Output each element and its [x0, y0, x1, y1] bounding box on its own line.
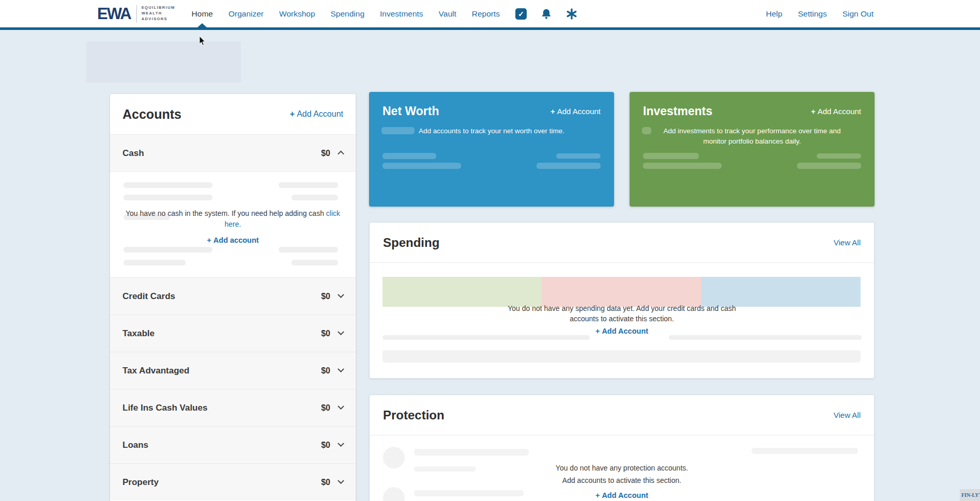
plus-icon: +: [595, 491, 600, 499]
net-worth-empty-message: Add accounts to track your net worth ove…: [369, 126, 614, 136]
account-section-loans[interactable]: Loans$0: [110, 426, 356, 463]
spending-card: Spending View All You do not have any sp…: [369, 222, 875, 379]
nav-icon-group: ✓: [515, 8, 577, 20]
spending-band-blue: [701, 277, 861, 307]
net-worth-card: Net Worth +Add Account Add accounts to t…: [369, 92, 614, 207]
investments-empty-message: Add investments to track your performanc…: [630, 126, 875, 147]
cash-empty-message: You have no cash in the system. If you n…: [110, 208, 356, 230]
plus-icon: +: [290, 109, 295, 118]
spending-band-red: [542, 277, 701, 307]
nav-item-home[interactable]: Home: [192, 9, 213, 19]
protection-add-account-link[interactable]: +Add Account: [595, 491, 648, 499]
nav-item-vault[interactable]: Vault: [439, 9, 456, 19]
plus-icon: +: [550, 107, 555, 116]
account-section-value: $0: [321, 366, 343, 375]
logo-acronym: EWA: [97, 6, 131, 22]
account-section-label: Property: [122, 477, 159, 488]
account-section-life-ins-cash-values[interactable]: Life Ins Cash Values$0: [110, 389, 356, 426]
chevron-up-icon: [338, 151, 344, 158]
cash-empty-panel: You have no cash in the system. If you n…: [110, 171, 356, 277]
account-section-label: Life Ins Cash Values: [122, 403, 207, 413]
account-section-label: Tax Advantaged: [122, 366, 189, 376]
account-section-credit-cards[interactable]: Credit Cards$0: [110, 277, 356, 315]
chevron-down-icon: [338, 440, 344, 447]
plus-icon: +: [207, 236, 211, 244]
spending-band-green: [382, 277, 542, 307]
nav-item-reports[interactable]: Reports: [472, 9, 500, 19]
quick-actions-asterisk-icon[interactable]: [566, 8, 577, 20]
nav-item-organizer[interactable]: Organizer: [228, 9, 264, 19]
chevron-down-icon: [338, 291, 344, 298]
protection-title: Protection: [383, 408, 445, 422]
notifications-bell-icon[interactable]: [541, 8, 552, 20]
nav-item-help[interactable]: Help: [766, 9, 783, 19]
secondary-nav: HelpSettingsSign Out: [766, 0, 874, 27]
accounts-title: Accounts: [122, 107, 181, 122]
chevron-down-icon: [338, 328, 344, 335]
account-section-label: Credit Cards: [122, 291, 175, 302]
investments-title: Investments: [643, 104, 712, 118]
logo-wordmark: EQUILIBRIUM WEALTH ADVISORS: [142, 5, 175, 22]
account-section-tax-advantaged[interactable]: Tax Advantaged$0: [110, 352, 356, 389]
account-section-value: $0: [321, 292, 343, 301]
protection-view-all-link[interactable]: View All: [834, 411, 861, 419]
tasks-checkbox-icon[interactable]: ✓: [515, 8, 527, 20]
plus-icon: +: [595, 327, 600, 335]
account-section-label: Taxable: [122, 328, 155, 339]
chevron-down-icon: [338, 403, 344, 410]
investments-card: Investments +Add Account Add investments…: [630, 92, 875, 207]
account-section-value: $0: [321, 478, 343, 487]
spending-add-account-link[interactable]: +Add Account: [595, 327, 648, 335]
account-section-value: $0: [321, 329, 343, 338]
nav-item-workshop[interactable]: Workshop: [279, 9, 315, 19]
greeting-placeholder-skeleton: [86, 41, 241, 83]
chevron-down-icon: [338, 477, 344, 484]
cash-add-account-link[interactable]: +Add account: [207, 236, 258, 244]
spending-title: Spending: [383, 236, 439, 250]
account-section-taxable[interactable]: Taxable$0: [110, 315, 356, 352]
spending-empty-message: You do not have any spending data yet. A…: [370, 303, 874, 324]
accounts-card: Accounts +Add Account Cash $0 You have n…: [110, 93, 356, 501]
account-section-property[interactable]: Property$0: [110, 463, 356, 500]
account-section-value: $0: [321, 441, 343, 450]
primary-nav: HomeOrganizerWorkshopSpendingInvestments…: [192, 9, 500, 19]
account-section-value: $0: [321, 403, 343, 413]
accounts-add-account-link[interactable]: +Add Account: [290, 109, 343, 119]
nav-item-settings[interactable]: Settings: [798, 9, 827, 19]
account-section-label: Loans: [122, 440, 148, 450]
protection-empty-message: You do not have any protection accounts.…: [370, 462, 874, 487]
chevron-down-icon: [338, 366, 344, 372]
nav-item-spending[interactable]: Spending: [331, 9, 365, 19]
investments-add-account-link[interactable]: +Add Account: [811, 107, 861, 116]
net-worth-title: Net Worth: [382, 104, 439, 118]
plus-icon: +: [811, 107, 816, 116]
net-worth-add-account-link[interactable]: +Add Account: [550, 107, 601, 116]
nav-item-investments[interactable]: Investments: [380, 9, 423, 19]
top-navbar: EWA EQUILIBRIUM WEALTH ADVISORS HomeOrga…: [0, 0, 980, 30]
finlyt-watermark: FIN-LYT: [960, 489, 980, 501]
account-section-cash[interactable]: Cash $0: [110, 134, 356, 171]
spending-placeholder-chart: [382, 277, 861, 307]
logo-separator: [136, 5, 137, 23]
company-logo[interactable]: EWA EQUILIBRIUM WEALTH ADVISORS: [97, 5, 175, 23]
spending-view-all-link[interactable]: View All: [834, 238, 861, 247]
protection-card: Protection View All You do not have any …: [369, 395, 875, 501]
nav-item-sign-out[interactable]: Sign Out: [843, 9, 874, 19]
